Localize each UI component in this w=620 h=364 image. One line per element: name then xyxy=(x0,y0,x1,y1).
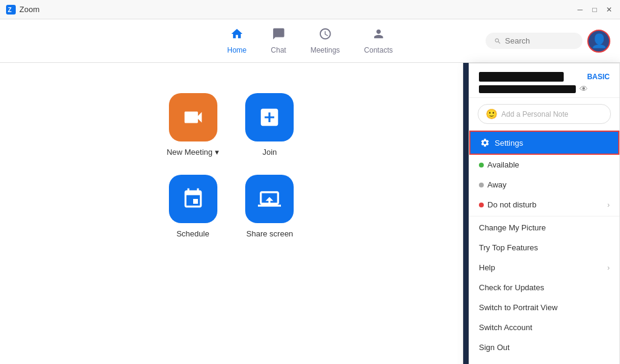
available-dot xyxy=(479,163,484,167)
eye-icon[interactable]: 👁 xyxy=(579,84,588,94)
tab-home[interactable]: Home xyxy=(215,22,259,59)
minimize-button[interactable]: ─ xyxy=(575,5,585,15)
tab-meetings[interactable]: Meetings xyxy=(298,22,352,59)
dnd-dot xyxy=(479,203,484,207)
share-screen-item[interactable]: Share screen xyxy=(243,175,296,238)
smiley-icon: 🙂 xyxy=(486,108,498,120)
left-panel: New Meeting ▾ Join Schedule xyxy=(0,63,463,364)
search-icon xyxy=(494,37,501,45)
account-badge: BASIC xyxy=(587,73,610,81)
personal-note-row: 🙂 Add a Personal Note xyxy=(469,98,619,131)
buy-license-section: Buy a License xyxy=(469,357,619,364)
change-picture-item[interactable]: Change My Picture xyxy=(469,218,619,238)
app-title: Zoom xyxy=(19,5,39,14)
svg-text:Z: Z xyxy=(8,7,12,13)
nav-tabs: Home Chat Meetings Contacts xyxy=(215,22,404,59)
dropdown-name-row: BASIC xyxy=(479,72,610,82)
dropdown-header: BASIC 👁 xyxy=(469,63,619,98)
menu-divider-1 xyxy=(469,216,619,216)
tab-chat[interactable]: Chat xyxy=(259,22,298,59)
dropdown-email-row: 👁 xyxy=(479,84,610,94)
schedule-item[interactable]: Schedule xyxy=(167,175,219,238)
join-item[interactable]: Join xyxy=(243,93,296,157)
tab-contacts-label: Contacts xyxy=(364,46,392,54)
settings-item[interactable]: Settings xyxy=(469,131,619,155)
schedule-icon xyxy=(169,175,217,223)
avatar-icon: 👤 xyxy=(591,33,607,49)
top-features-item[interactable]: Try Top Features xyxy=(469,238,619,258)
share-screen-icon xyxy=(245,175,294,223)
avatar-button[interactable]: 👤 xyxy=(587,30,610,53)
nav-bar: Home Chat Meetings Contacts 👤 xyxy=(0,19,620,63)
settings-icon xyxy=(480,138,490,148)
chat-icon xyxy=(272,27,285,44)
join-icon xyxy=(245,93,294,141)
tab-home-label: Home xyxy=(227,46,246,54)
new-meeting-item[interactable]: New Meeting ▾ xyxy=(167,93,219,157)
status-away[interactable]: Away xyxy=(469,175,619,195)
meetings-icon xyxy=(318,27,332,44)
help-item[interactable]: Help › xyxy=(469,258,619,278)
search-input[interactable] xyxy=(505,36,574,45)
search-box[interactable] xyxy=(486,33,582,49)
user-name xyxy=(479,72,564,82)
status-dnd[interactable]: Do not disturb › xyxy=(469,195,619,215)
personal-note-input[interactable]: 🙂 Add a Personal Note xyxy=(478,104,611,124)
action-grid: New Meeting ▾ Join Schedule xyxy=(167,93,296,238)
portrait-view-item[interactable]: Switch to Portrait View xyxy=(469,297,619,317)
close-button[interactable]: ✕ xyxy=(604,5,614,15)
settings-label: Settings xyxy=(495,138,523,148)
check-updates-item[interactable]: Check for Updates xyxy=(469,278,619,297)
share-screen-label: Share screen xyxy=(246,229,293,238)
tab-contacts[interactable]: Contacts xyxy=(352,22,404,59)
help-chevron-icon: › xyxy=(607,264,610,272)
dropdown-arrow-icon: ▾ xyxy=(215,148,219,157)
schedule-label: Schedule xyxy=(176,229,209,238)
tab-chat-label: Chat xyxy=(271,46,286,54)
sign-out-item[interactable]: Sign Out xyxy=(469,337,619,357)
dropdown-menu: BASIC 👁 🙂 Add a Personal Note Settings A… xyxy=(469,63,620,364)
app-logo: Z Zoom xyxy=(6,5,39,15)
switch-account-item[interactable]: Switch Account xyxy=(469,317,619,337)
maximize-button[interactable]: □ xyxy=(590,5,599,15)
zoom-logo-icon: Z xyxy=(6,5,16,15)
home-icon xyxy=(230,27,243,44)
dnd-chevron-icon: › xyxy=(607,201,610,209)
contacts-icon xyxy=(372,27,385,44)
personal-note-placeholder: Add a Personal Note xyxy=(501,110,569,119)
nav-right: 👤 xyxy=(486,30,610,53)
title-bar: Z Zoom ─ □ ✕ xyxy=(0,0,620,19)
user-email xyxy=(479,85,576,93)
new-meeting-label: New Meeting ▾ xyxy=(167,148,219,157)
new-meeting-icon xyxy=(169,93,217,141)
tab-meetings-label: Meetings xyxy=(311,46,340,54)
away-dot xyxy=(479,183,484,187)
status-available[interactable]: Available xyxy=(469,155,619,175)
window-controls: ─ □ ✕ xyxy=(575,5,614,15)
join-label: Join xyxy=(263,148,277,157)
